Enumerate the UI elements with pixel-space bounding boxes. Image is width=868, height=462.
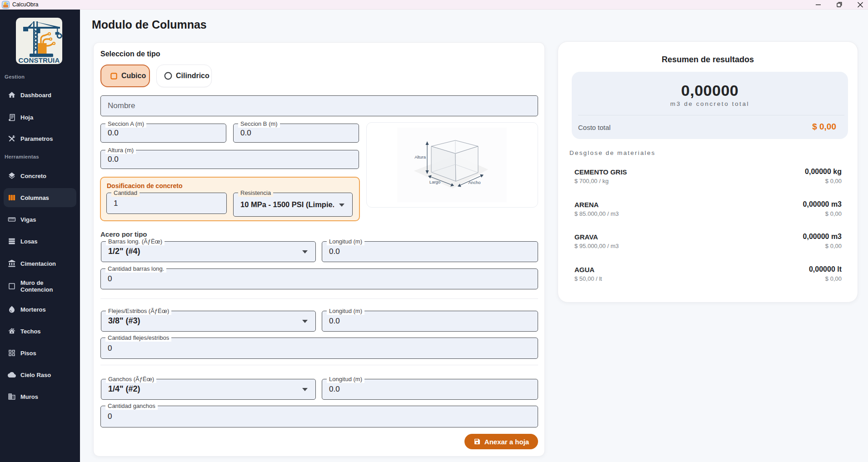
svg-text:Altura: Altura: [414, 154, 426, 159]
svg-text:CONSTRUIA: CONSTRUIA: [19, 56, 60, 64]
svg-text:Ancho: Ancho: [469, 180, 481, 185]
svg-text:Largo: Largo: [429, 179, 440, 184]
